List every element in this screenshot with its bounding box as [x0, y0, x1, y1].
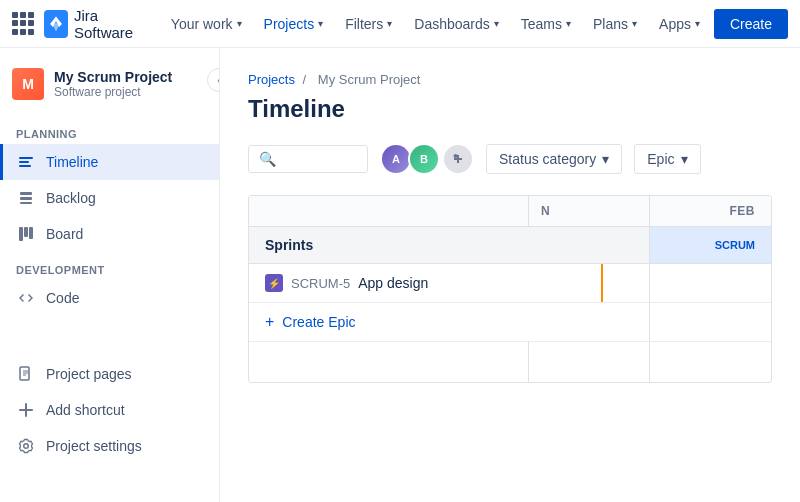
chevron-icon: ▾	[695, 18, 700, 29]
layout: ‹ M My Scrum Project Software project PL…	[0, 48, 800, 502]
svg-rect-2	[19, 165, 31, 167]
timeline-row-mid	[529, 264, 650, 302]
chevron-icon: ▾	[387, 18, 392, 29]
sidebar-item-project-pages[interactable]: Project pages	[0, 356, 219, 392]
timeline-header-col2: N	[529, 196, 650, 226]
status-category-filter[interactable]: Status category ▾	[486, 144, 622, 174]
avatar-group: A B	[380, 143, 474, 175]
nav-dashboards[interactable]: Dashboards ▾	[404, 10, 509, 38]
section-label-development: DEVELOPMENT	[0, 252, 219, 280]
scrum-bar-label: SCRUM	[707, 237, 763, 253]
logo-text: Jira Software	[74, 7, 149, 41]
create-epic-button[interactable]: + Create Epic	[249, 303, 529, 341]
sidebar-item-project-settings[interactable]: Project settings	[0, 428, 219, 464]
svg-rect-0	[19, 157, 33, 159]
table-row	[249, 342, 771, 382]
sidebar-item-backlog-label: Backlog	[46, 190, 96, 206]
create-epic-label: Create Epic	[282, 314, 355, 330]
sidebar-item-timeline-label: Timeline	[46, 154, 98, 170]
epic-filter[interactable]: Epic ▾	[634, 144, 700, 174]
create-epic-mid	[529, 303, 650, 341]
issue-label[interactable]: ⚡ SCRUM-5 App design	[249, 264, 529, 302]
sprints-label: Sprints	[249, 227, 529, 263]
project-pages-icon	[16, 364, 36, 384]
project-info: My Scrum Project Software project	[54, 69, 207, 100]
project-settings-icon	[16, 436, 36, 456]
toolbar: 🔍 A B Status category ▾	[248, 143, 772, 175]
epic-label: Epic	[647, 151, 674, 167]
chevron-down-icon: ▾	[681, 151, 688, 167]
project-type: Software project	[54, 85, 207, 99]
nav-your-work[interactable]: Your work ▾	[161, 10, 252, 38]
plus-icon: +	[265, 313, 274, 331]
issue-key: SCRUM-5	[291, 276, 350, 291]
chevron-icon: ▾	[318, 18, 323, 29]
nav-plans[interactable]: Plans ▾	[583, 10, 647, 38]
logo-icon	[44, 10, 68, 38]
sidebar-item-add-shortcut-label: Add shortcut	[46, 402, 125, 418]
apps-grid-icon[interactable]	[12, 12, 34, 36]
svg-rect-3	[20, 192, 32, 195]
timeline-container: N FEB Sprints SCRUM ⚡ SCRUM-5 App design	[248, 195, 772, 383]
chevron-icon: ▾	[494, 18, 499, 29]
search-box[interactable]: 🔍	[248, 145, 368, 173]
timeline-icon	[16, 152, 36, 172]
nav-projects[interactable]: Projects ▾	[254, 10, 334, 38]
timeline-row-right	[650, 264, 771, 302]
svg-point-10	[454, 154, 458, 158]
chevron-icon: ▾	[632, 18, 637, 29]
sidebar-item-board[interactable]: Board	[0, 216, 219, 252]
sidebar: ‹ M My Scrum Project Software project PL…	[0, 48, 220, 502]
add-shortcut-icon	[16, 400, 36, 420]
svg-rect-1	[19, 161, 29, 163]
sidebar-item-project-settings-label: Project settings	[46, 438, 142, 454]
timeline-header-col3: FEB	[650, 196, 771, 226]
nav-teams[interactable]: Teams ▾	[511, 10, 581, 38]
project-header: M My Scrum Project Software project	[0, 60, 219, 108]
create-epic-row: + Create Epic	[249, 303, 771, 342]
sidebar-item-backlog[interactable]: Backlog	[0, 180, 219, 216]
code-icon	[16, 288, 36, 308]
sidebar-item-code[interactable]: Code	[0, 280, 219, 316]
logo: Jira Software	[44, 7, 149, 41]
nav-items: Your work ▾ Projects ▾ Filters ▾ Dashboa…	[161, 10, 710, 38]
create-button[interactable]: Create	[714, 9, 788, 39]
backlog-icon	[16, 188, 36, 208]
sidebar-item-project-pages-label: Project pages	[46, 366, 132, 382]
sidebar-item-add-shortcut[interactable]: Add shortcut	[0, 392, 219, 428]
main-content: Projects / My Scrum Project Timeline 🔍 A…	[220, 48, 800, 502]
epic-icon: ⚡	[265, 274, 283, 292]
add-people-button[interactable]	[442, 143, 474, 175]
timeline-section-sprints: Sprints SCRUM	[249, 227, 771, 264]
breadcrumb-projects[interactable]: Projects	[248, 72, 295, 87]
sidebar-item-code-label: Code	[46, 290, 79, 306]
table-row: ⚡ SCRUM-5 App design	[249, 264, 771, 303]
nav-filters[interactable]: Filters ▾	[335, 10, 402, 38]
avatar-user2: B	[408, 143, 440, 175]
page-title: Timeline	[248, 95, 772, 123]
svg-rect-8	[29, 227, 33, 239]
breadcrumb: Projects / My Scrum Project	[248, 72, 772, 87]
timeline-header: N FEB	[249, 196, 771, 227]
sidebar-item-timeline[interactable]: Timeline	[0, 144, 219, 180]
today-line	[601, 264, 603, 302]
nav-apps[interactable]: Apps ▾	[649, 10, 710, 38]
svg-rect-6	[19, 227, 23, 241]
svg-rect-4	[20, 197, 32, 200]
issue-title: App design	[358, 275, 428, 291]
project-name: My Scrum Project	[54, 69, 207, 86]
create-epic-right	[650, 303, 771, 341]
section-label-planning: PLANNING	[0, 116, 219, 144]
top-nav: Jira Software Your work ▾ Projects ▾ Fil…	[0, 0, 800, 48]
timeline-header-col1	[249, 196, 529, 226]
svg-rect-7	[24, 227, 28, 237]
chevron-icon: ▾	[566, 18, 571, 29]
chevron-down-icon: ▾	[602, 151, 609, 167]
timeline-section-right: SCRUM	[650, 227, 771, 263]
timeline-section-mid	[529, 227, 650, 263]
chevron-icon: ▾	[237, 18, 242, 29]
sidebar-item-board-label: Board	[46, 226, 83, 242]
breadcrumb-current: My Scrum Project	[318, 72, 421, 87]
search-icon: 🔍	[259, 151, 276, 167]
project-avatar: M	[12, 68, 44, 100]
